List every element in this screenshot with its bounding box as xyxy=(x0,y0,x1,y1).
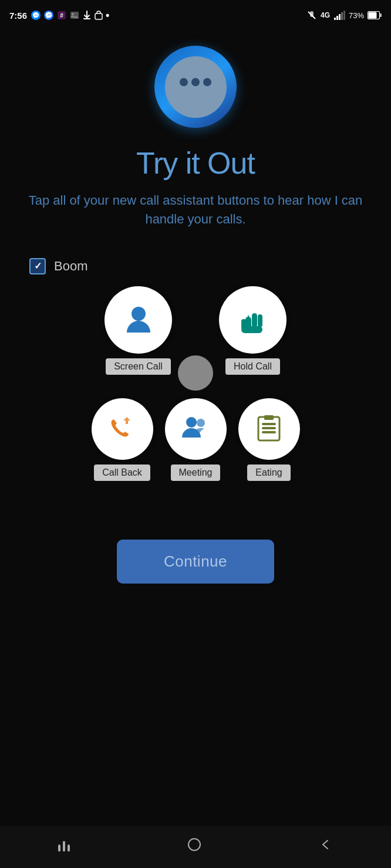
svg-rect-12 xyxy=(343,11,345,20)
callback-icon xyxy=(106,412,139,445)
svg-rect-18 xyxy=(252,313,257,327)
call-back-label: Call Back xyxy=(94,464,150,481)
svg-rect-15 xyxy=(369,12,377,19)
eating-container: Eating xyxy=(238,398,300,481)
svg-rect-30 xyxy=(188,839,200,850)
svg-text:#: # xyxy=(60,12,63,19)
home-icon xyxy=(186,836,203,853)
status-bar: 7:56 # xyxy=(0,0,391,28)
svg-point-23 xyxy=(186,417,197,428)
svg-rect-9 xyxy=(336,16,338,20)
network-type: 4G xyxy=(321,11,330,19)
eating-icon xyxy=(252,412,285,445)
svg-rect-19 xyxy=(258,314,262,327)
svg-point-24 xyxy=(197,419,205,427)
meeting-button[interactable] xyxy=(165,398,227,460)
svg-rect-10 xyxy=(339,14,341,20)
hold-call-label: Hold Call xyxy=(225,358,280,375)
status-right: 4G 73% xyxy=(306,10,382,21)
svg-rect-21 xyxy=(241,326,262,333)
status-left: 7:56 # xyxy=(9,9,109,22)
checkbox-section[interactable]: ✓ Boom xyxy=(18,258,373,274)
screen-call-button[interactable] xyxy=(105,286,172,354)
hold-call-container: Hold Call xyxy=(219,286,286,375)
back-icon xyxy=(319,838,333,852)
messenger2-icon xyxy=(43,10,54,21)
svg-rect-29 xyxy=(262,431,276,433)
boom-checkbox[interactable]: ✓ xyxy=(29,258,46,274)
check-mark: ✓ xyxy=(34,260,42,272)
page-subtitle: Tap all of your new call assistant butto… xyxy=(18,191,373,229)
eating-label: Eating xyxy=(247,464,290,481)
notification-dot: • xyxy=(106,9,109,22)
call-back-button[interactable] xyxy=(92,398,153,460)
image-icon xyxy=(69,10,80,21)
back-button[interactable] xyxy=(307,833,345,856)
mute-icon xyxy=(306,10,317,21)
messenger-icon xyxy=(31,10,41,21)
home-button[interactable] xyxy=(174,831,215,858)
slack-icon: # xyxy=(56,10,67,21)
svg-rect-6 xyxy=(83,18,90,19)
svg-rect-8 xyxy=(334,18,336,20)
continue-section: Continue xyxy=(117,540,274,584)
center-connector xyxy=(178,355,213,391)
svg-rect-28 xyxy=(262,427,276,429)
time-display: 7:56 xyxy=(9,11,27,21)
download-icon xyxy=(82,10,92,21)
hand-icon xyxy=(236,303,270,337)
svg-rect-11 xyxy=(341,12,343,20)
screen-call-label: Screen Call xyxy=(106,358,171,375)
recent-apps-button[interactable] xyxy=(46,833,82,856)
signal-icon xyxy=(333,11,345,20)
app-logo xyxy=(154,46,237,128)
nav-bar xyxy=(0,826,391,868)
battery-percent: 73% xyxy=(349,11,364,20)
action-buttons-grid: Screen Call xyxy=(18,286,373,481)
battery-icon xyxy=(368,11,382,19)
screen-call-container: Screen Call xyxy=(105,286,172,375)
call-back-container: Call Back xyxy=(92,398,153,481)
notification-icons: # • xyxy=(31,9,109,22)
page-title: Try it Out xyxy=(136,145,255,181)
svg-point-5 xyxy=(72,13,74,15)
person-icon xyxy=(121,302,156,337)
continue-button[interactable]: Continue xyxy=(117,540,274,584)
meeting-container: Meeting xyxy=(165,398,227,481)
meeting-icon xyxy=(178,412,213,446)
bag-icon xyxy=(94,10,103,21)
svg-point-16 xyxy=(132,307,146,321)
checkbox-label: Boom xyxy=(54,259,87,274)
svg-rect-14 xyxy=(380,13,382,17)
eating-button[interactable] xyxy=(238,398,300,460)
svg-rect-7 xyxy=(95,13,102,19)
bottom-row: Call Back Meeting xyxy=(92,398,300,481)
meeting-label: Meeting xyxy=(171,464,221,481)
svg-rect-27 xyxy=(262,423,276,425)
logo-inner xyxy=(165,56,227,118)
main-content: Try it Out Tap all of your new call assi… xyxy=(0,28,391,654)
recent-apps-icon xyxy=(58,838,70,852)
svg-rect-26 xyxy=(264,415,274,420)
hold-call-button[interactable] xyxy=(219,286,286,354)
